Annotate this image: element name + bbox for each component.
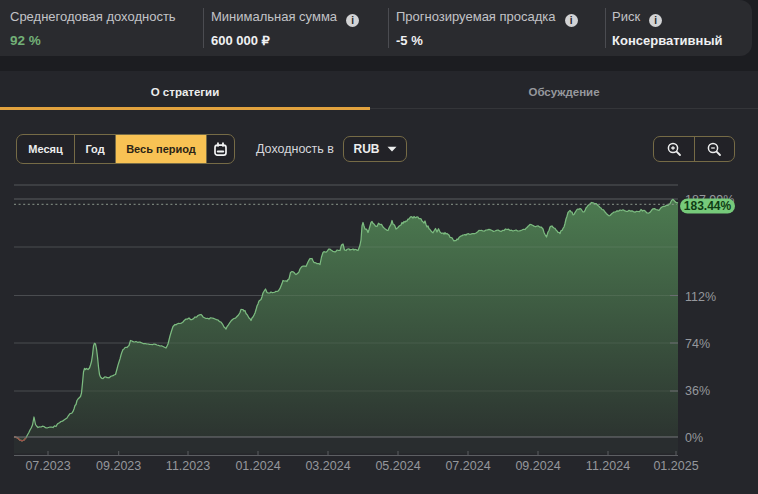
svg-text:01.2024: 01.2024 <box>235 459 280 473</box>
svg-text:0%: 0% <box>685 431 703 445</box>
svg-text:09.2024: 09.2024 <box>515 459 560 473</box>
svg-text:183.44%: 183.44% <box>684 199 732 213</box>
svg-text:01.2025: 01.2025 <box>653 459 698 473</box>
svg-text:05.2024: 05.2024 <box>375 459 420 473</box>
svg-text:09.2023: 09.2023 <box>96 459 141 473</box>
svg-text:07.2024: 07.2024 <box>445 459 490 473</box>
svg-text:11.2024: 11.2024 <box>586 459 630 473</box>
svg-text:74%: 74% <box>685 337 710 351</box>
svg-text:112%: 112% <box>685 290 716 304</box>
svg-text:03.2024: 03.2024 <box>305 459 350 473</box>
svg-text:36%: 36% <box>685 384 710 398</box>
svg-text:07.2023: 07.2023 <box>25 459 70 473</box>
svg-text:11.2023: 11.2023 <box>166 459 210 473</box>
